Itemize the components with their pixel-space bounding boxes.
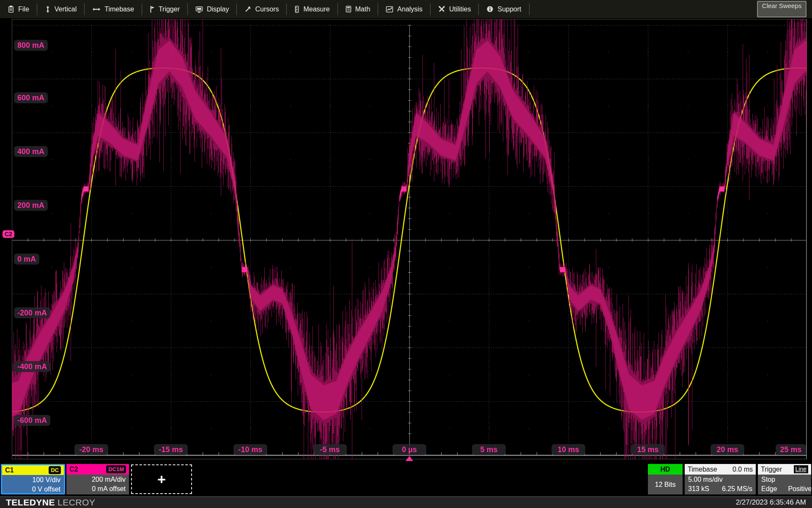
chart-icon [386, 6, 393, 13]
brand-lecroy: LECROY [58, 497, 95, 507]
menu-label: Analysis [397, 6, 422, 13]
menu-support[interactable]: Support [479, 3, 529, 15]
y-axis-label: 200 mA [14, 200, 48, 211]
menu-bar: File Vertical Timebase Trigger Display C… [0, 0, 812, 18]
trigger-slope: Positive [788, 484, 811, 494]
menu-label: Trigger [159, 6, 180, 13]
hd-bits-label: 12 Bits [655, 481, 676, 489]
channel-c1-offset: 0 V offset [5, 485, 60, 494]
timebase-rate: 6.25 MS/s [722, 484, 752, 494]
channel-c2-label: C2 [69, 466, 78, 473]
channel-c2-scale: 200 mA/div [70, 475, 126, 484]
flag-icon [150, 6, 155, 13]
calculator-icon [346, 6, 351, 13]
timebase-scale: 5.00 ms/div [688, 475, 723, 484]
brand-teledyne: TELEDYNE [6, 497, 55, 507]
status-footer: TELEDYNELECROY 2/27/2023 6:35:46 AM [0, 496, 812, 508]
trigger-mode: Stop [761, 475, 775, 484]
x-axis-label: 20 ms [710, 444, 744, 455]
menu-file[interactable]: File [0, 3, 37, 15]
y-axis-label: 600 mA [14, 92, 48, 103]
x-axis-label: -5 ms [313, 444, 347, 455]
menu-math[interactable]: Math [338, 3, 379, 15]
diagonal-arrow-icon [244, 6, 251, 13]
menu-label: Timebase [104, 6, 134, 13]
menu-analysis[interactable]: Analysis [378, 3, 431, 15]
tools-icon [438, 6, 445, 13]
y-axis-label: 400 mA [14, 146, 48, 157]
timebase-samples: 313 kS [688, 484, 709, 494]
menu-label: Utilities [449, 6, 471, 13]
info-icon [486, 6, 494, 13]
trigger-title: Trigger [761, 466, 782, 473]
clear-sweeps-button[interactable]: Clear Sweeps [757, 1, 807, 17]
datetime-label: 2/27/2023 6:35:46 AM [736, 498, 806, 507]
waveform-canvas[interactable] [12, 19, 807, 459]
y-axis-label: 800 mA [14, 40, 48, 51]
channel-c1-descriptor[interactable]: C1 DC 100 V/div 0 V offset [1, 464, 65, 494]
menu-vertical[interactable]: Vertical [37, 3, 85, 15]
menu-label: Measure [303, 6, 329, 13]
channel-c2-zero-marker[interactable]: C2 [3, 230, 14, 238]
channel-c1-coupling-badge: DC [49, 466, 61, 474]
acquisition-hd-descriptor[interactable]: HD 12 Bits [648, 464, 683, 494]
trigger-source-badge: Line [794, 465, 808, 473]
menu-measure[interactable]: Measure [287, 3, 337, 15]
menu-display[interactable]: Display [188, 3, 237, 15]
y-axis-label: -200 mA [14, 307, 50, 318]
menu-label: Display [207, 6, 229, 13]
timebase-descriptor[interactable]: Timebase 0.0 ms 5.00 ms/div 313 kS 6.25 … [685, 464, 756, 494]
channel-c2-offset: 0 mA offset [70, 484, 126, 494]
channel-c2-descriptor[interactable]: C2 DC1M 200 mA/div 0 mA offset [66, 464, 129, 494]
y-axis-label: -600 mA [14, 415, 50, 426]
channel-c2-coupling-badge: DC1M [106, 465, 126, 473]
menu-trigger[interactable]: Trigger [142, 3, 188, 15]
monitor-icon [195, 6, 203, 13]
channel-c1-label: C1 [5, 467, 14, 474]
x-axis-label: -20 ms [74, 444, 108, 455]
horizontal-arrows-icon [92, 6, 101, 12]
menu-label: Vertical [55, 6, 77, 13]
timebase-offset: 0.0 ms [732, 466, 753, 473]
y-axis-label: 0 mA [14, 254, 39, 265]
timebase-title: Timebase [688, 466, 717, 473]
vertical-arrows-icon [45, 6, 51, 13]
x-axis-label: 5 ms [472, 444, 506, 455]
menu-cursors[interactable]: Cursors [237, 3, 287, 15]
hd-mode-label: HD [660, 466, 670, 473]
x-axis-label: 0 µs [392, 444, 426, 455]
x-axis-label: 10 ms [551, 444, 585, 455]
ruler-icon [294, 6, 299, 13]
x-axis-label: -15 ms [154, 444, 188, 455]
menu-timebase[interactable]: Timebase [85, 3, 142, 15]
x-axis-label: 15 ms [631, 444, 665, 455]
x-axis-label: 25 ms [776, 444, 806, 455]
add-channel-button[interactable]: + [131, 464, 192, 494]
y-axis-label: -400 mA [14, 361, 50, 372]
x-axis-label: -10 ms [233, 444, 267, 455]
menu-label: File [18, 6, 29, 13]
waveform-graticule[interactable]: 800 mA 600 mA 400 mA 200 mA 0 mA -200 mA… [12, 19, 807, 459]
trigger-type: Edge [761, 484, 777, 494]
menu-label: Cursors [255, 6, 279, 13]
brand-logo: TELEDYNELECROY [6, 497, 95, 508]
trigger-descriptor[interactable]: Trigger Line Stop Edge Positive [758, 464, 811, 494]
trigger-position-marker[interactable] [406, 456, 413, 461]
file-icon [8, 6, 14, 13]
menu-utilities[interactable]: Utilities [431, 3, 479, 15]
menu-label: Math [355, 6, 370, 13]
channel-c1-scale: 100 V/div [5, 475, 60, 485]
menu-label: Support [497, 6, 521, 13]
